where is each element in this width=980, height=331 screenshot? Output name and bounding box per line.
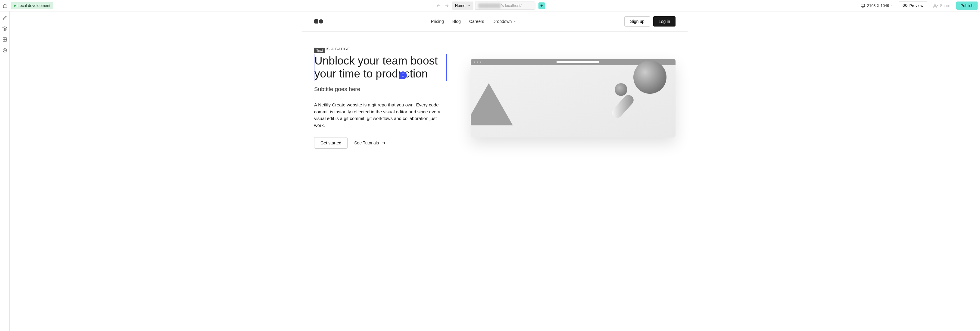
- nav-careers[interactable]: Careers: [469, 19, 484, 24]
- preview-button[interactable]: Preview: [899, 1, 927, 10]
- url-user-blurred: ████████: [478, 3, 501, 8]
- login-button[interactable]: Log in: [653, 16, 676, 27]
- chevron-down-icon: [467, 4, 470, 7]
- hero-badge[interactable]: THIS IS A BADGE: [314, 47, 447, 51]
- share-button: Share: [930, 2, 953, 10]
- triangle-shape: [471, 83, 513, 125]
- page-selector[interactable]: Home: [452, 2, 473, 10]
- get-started-button[interactable]: Get started: [314, 137, 348, 149]
- pill-shape: [610, 93, 635, 120]
- environment-label: Local development: [18, 3, 50, 8]
- nav-dropdown[interactable]: Dropdown: [493, 19, 517, 24]
- home-icon[interactable]: [2, 3, 8, 8]
- layers-tool-icon[interactable]: [2, 26, 8, 31]
- site-nav: Pricing Blog Careers Dropdown: [431, 19, 517, 24]
- nav-blog[interactable]: Blog: [452, 19, 461, 24]
- publish-button[interactable]: Publish: [956, 2, 978, 10]
- nav-pricing[interactable]: Pricing: [431, 19, 444, 24]
- back-arrow-icon[interactable]: [435, 2, 442, 9]
- viewport-selector[interactable]: 2103 X 1049: [859, 2, 896, 9]
- hero-title[interactable]: Unblock your team boost your time to pro…: [314, 54, 447, 81]
- site-header: Pricing Blog Careers Dropdown Sign up Lo…: [302, 11, 687, 32]
- share-label: Share: [940, 3, 950, 8]
- forward-arrow-icon[interactable]: [444, 2, 450, 9]
- hero-image-mock: [471, 59, 676, 138]
- svg-point-5: [4, 50, 5, 51]
- viewport-text: 2103 X 1049: [867, 3, 889, 8]
- edit-tool-icon[interactable]: [2, 15, 8, 21]
- hero-subtitle[interactable]: Subtitle goes here: [314, 86, 447, 93]
- eye-icon: [903, 3, 907, 8]
- chevron-down-icon: [513, 19, 517, 23]
- see-tutorials-link[interactable]: See Tutorials: [354, 141, 386, 145]
- grid-tool-icon[interactable]: [2, 37, 8, 42]
- svg-point-1: [904, 5, 905, 6]
- svg-rect-0: [861, 4, 865, 6]
- publish-label: Publish: [961, 3, 974, 8]
- monitor-icon: [861, 3, 865, 8]
- selection-type-label: Text: [314, 48, 325, 53]
- arrow-right-icon: [381, 141, 386, 145]
- text-edit-badge[interactable]: T: [399, 72, 407, 79]
- small-circle-shape: [615, 83, 627, 96]
- environment-badge: Local development: [11, 2, 53, 9]
- big-circle-shape: [633, 61, 667, 94]
- preview-label: Preview: [909, 3, 923, 8]
- hero-section: THIS IS A BADGE Text Unblock your team b…: [314, 47, 676, 149]
- page-canvas[interactable]: Pricing Blog Careers Dropdown Sign up Lo…: [10, 11, 980, 164]
- app-toolbar: Local development Home ████████ 's local…: [0, 0, 980, 11]
- user-plus-icon: [933, 3, 938, 8]
- tool-sidebar: [0, 11, 10, 164]
- page-name: Home: [455, 3, 466, 8]
- url-suffix: 's localhost/: [501, 3, 522, 8]
- url-bar[interactable]: ████████ 's localhost/: [475, 2, 535, 10]
- assets-tool-icon[interactable]: [2, 48, 8, 53]
- add-page-button[interactable]: [538, 2, 545, 9]
- chevron-down-icon: [891, 4, 894, 7]
- hero-body[interactable]: A Netlify Create website is a git repo t…: [314, 102, 444, 129]
- svg-point-4: [3, 48, 6, 52]
- svg-point-2: [934, 4, 936, 5]
- signup-button[interactable]: Sign up: [624, 16, 650, 27]
- site-logo[interactable]: [314, 19, 323, 24]
- auth-buttons: Sign up Log in: [624, 16, 676, 27]
